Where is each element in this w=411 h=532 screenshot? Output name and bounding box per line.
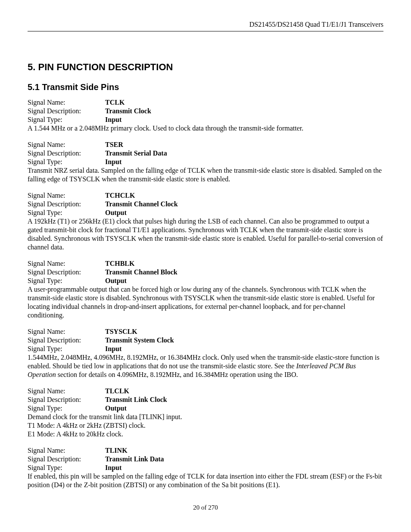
signal-type-value: Input: [105, 158, 121, 166]
signal-name-value: TLCLK: [105, 387, 129, 395]
signal-type-value: Input: [105, 115, 121, 124]
signal-type-value: Output: [105, 404, 127, 413]
pin-row-label: Signal Name:: [28, 387, 105, 395]
subsection-number: 5.1: [28, 82, 40, 92]
pin-row: Signal Name:TCHBLK: [28, 259, 383, 268]
signal-description-value: Transmit System Clock: [105, 336, 174, 345]
signal-description-value: Transmit Clock: [105, 107, 151, 115]
pin-row-label: Signal Type:: [28, 277, 105, 285]
pin-row-label: Signal Type:: [28, 158, 105, 166]
signal-name-value: TSER: [105, 140, 123, 149]
text-segment: E1 Mode: A 4kHz to 20kHz clock.: [28, 430, 123, 438]
pin-row: Signal Description:Transmit Channel Cloc…: [28, 200, 383, 208]
pin-row-label: Signal Type:: [28, 208, 105, 217]
pin-row: Signal Name:TLCLK: [28, 387, 383, 395]
signal-description-value: Transmit Channel Block: [105, 268, 177, 277]
text-segment: T1 Mode: A 4kHz or 2kHz (ZBTSI) clock.: [28, 422, 146, 429]
section-number: 5.: [28, 62, 35, 72]
pin-row: Signal Description:Transmit Link Clock: [28, 395, 383, 404]
pin-row-label: Signal Description:: [28, 455, 105, 464]
text-segment: A user-programmable output that can be f…: [28, 286, 375, 319]
header-rule: DS21455/DS21458 Quad T1/E1/J1 Transceive…: [28, 21, 383, 31]
pin-row: Signal Description:Transmit Clock: [28, 107, 383, 115]
text-segment: Demand clock for the transmit link data …: [28, 413, 182, 420]
pin-row: Signal Type:Input: [28, 345, 383, 353]
signal-description-value: Transmit Serial Data: [105, 149, 167, 158]
page-footer: 20 of 270: [0, 504, 411, 511]
pin-row: Signal Type:Input: [28, 115, 383, 124]
pin-block: Signal Name:TSYSCLKSignal Description:Tr…: [28, 327, 383, 379]
pin-block: Signal Name:TSERSignal Description:Trans…: [28, 140, 383, 184]
section-heading: 5. PIN FUNCTION DESCRIPTION: [28, 62, 383, 73]
text-segment: A 192kHz (T1) or 256kHz (E1) clock that …: [28, 218, 383, 251]
pin-row: Signal Name:TCHCLK: [28, 191, 383, 200]
pin-row: Signal Description:Transmit System Clock: [28, 336, 383, 345]
pin-description-text: A user-programmable output that can be f…: [28, 285, 383, 320]
pin-row: Signal Type:Output: [28, 404, 383, 413]
pin-row-label: Signal Type:: [28, 404, 105, 413]
signal-type-value: Output: [105, 277, 127, 285]
document-title: DS21455/DS21458 Quad T1/E1/J1 Transceive…: [249, 21, 383, 28]
pin-row-label: Signal Name:: [28, 446, 105, 455]
text-segment: section for details on 4.096MHz, 8.192MH…: [56, 371, 298, 378]
text-segment: Transmit NRZ serial data. Sampled on the…: [28, 167, 382, 183]
signal-name-value: TSYSCLK: [105, 327, 137, 336]
pin-block: Signal Name:TCLKSignal Description:Trans…: [28, 98, 383, 133]
signal-type-value: Input: [105, 464, 121, 472]
pin-description-text: A 1.544 MHz or a 2.048MHz primary clock.…: [28, 124, 383, 133]
pin-row: Signal Type:Input: [28, 158, 383, 166]
pin-row: Signal Description:Transmit Serial Data: [28, 149, 383, 158]
signal-description-value: Transmit Link Data: [105, 455, 164, 464]
pin-row-label: Signal Description:: [28, 200, 105, 208]
pin-row-label: Signal Name:: [28, 140, 105, 149]
signal-description-value: Transmit Channel Clock: [105, 200, 178, 208]
pin-block: Signal Name:TLINKSignal Description:Tran…: [28, 446, 383, 489]
pin-description-text: 1.544MHz, 2.048MHz, 4.096MHz, 8.192MHz, …: [28, 353, 383, 379]
subsection-heading: 5.1 Transmit Side Pins: [28, 82, 383, 92]
pin-row: Signal Type:Output: [28, 277, 383, 285]
pin-row-label: Signal Name:: [28, 327, 105, 336]
pin-row: Signal Description:Transmit Link Data: [28, 455, 383, 464]
pin-row-label: Signal Name:: [28, 98, 105, 107]
pin-block: Signal Name:TLCLKSignal Description:Tran…: [28, 387, 383, 439]
page-number: 20 of 270: [193, 504, 218, 511]
pin-row-label: Signal Description:: [28, 395, 105, 404]
pin-description-text: If enabled, this pin will be sampled on …: [28, 472, 383, 489]
pin-row-label: Signal Description:: [28, 336, 105, 345]
signal-name-value: TCLK: [105, 98, 125, 107]
section-title: PIN FUNCTION DESCRIPTION: [38, 62, 173, 72]
pin-description-text: Transmit NRZ serial data. Sampled on the…: [28, 166, 383, 184]
pin-block: Signal Name:TCHCLKSignal Description:Tra…: [28, 191, 383, 252]
pin-row: Signal Description:Transmit Channel Bloc…: [28, 268, 383, 277]
pin-row-label: Signal Name:: [28, 191, 105, 200]
signal-type-value: Output: [105, 208, 127, 217]
pin-row-label: Signal Type:: [28, 345, 105, 353]
signal-name-value: TLINK: [105, 446, 128, 455]
subsection-title: Transmit Side Pins: [42, 82, 119, 92]
pin-row: Signal Type:Input: [28, 464, 383, 472]
pin-row-label: Signal Type:: [28, 464, 105, 472]
text-segment: A 1.544 MHz or a 2.048MHz primary clock.…: [28, 124, 303, 132]
pin-row: Signal Name:TSER: [28, 140, 383, 149]
pin-block: Signal Name:TCHBLKSignal Description:Tra…: [28, 259, 383, 320]
signal-description-value: Transmit Link Clock: [105, 395, 167, 404]
pin-row: Signal Type:Output: [28, 208, 383, 217]
pin-row: Signal Name:TSYSCLK: [28, 327, 383, 336]
pin-row-label: Signal Type:: [28, 115, 105, 124]
pin-row-label: Signal Description:: [28, 107, 105, 115]
pin-row: Signal Name:TLINK: [28, 446, 383, 455]
text-segment: If enabled, this pin will be sampled on …: [28, 473, 382, 488]
pin-description-text: A 192kHz (T1) or 256kHz (E1) clock that …: [28, 217, 383, 252]
pin-row-label: Signal Description:: [28, 268, 105, 277]
pin-row-label: Signal Name:: [28, 259, 105, 268]
signal-type-value: Input: [105, 345, 121, 353]
pin-description-text: Demand clock for the transmit link data …: [28, 413, 383, 439]
pin-row: Signal Name:TCLK: [28, 98, 383, 107]
signal-name-value: TCHCLK: [105, 191, 135, 200]
signal-name-value: TCHBLK: [105, 259, 134, 268]
pin-row-label: Signal Description:: [28, 149, 105, 158]
